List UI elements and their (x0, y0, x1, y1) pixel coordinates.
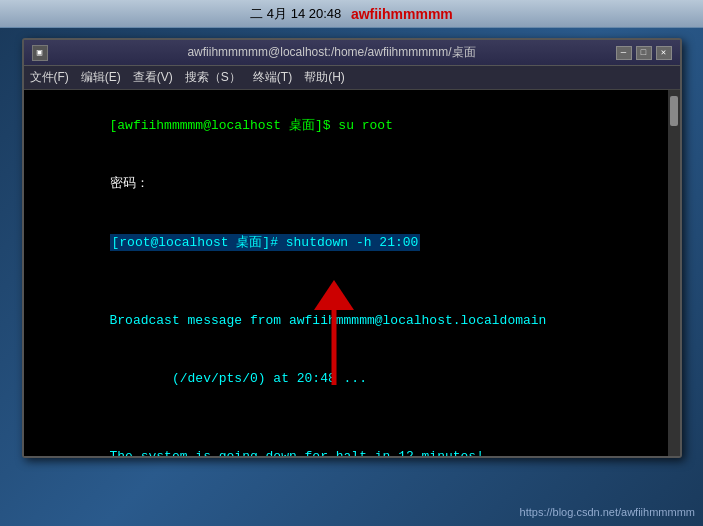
terminal-line-6 (32, 408, 660, 428)
terminal-app-icon: ▣ (32, 45, 48, 61)
terminal-line-1: 密码： (32, 155, 660, 214)
red-arrow (304, 275, 364, 395)
terminal-scrollbar[interactable] (668, 90, 680, 456)
scrollbar-thumb (670, 96, 678, 126)
terminal-titlebar: ▣ awfiihmmmmm@localhost:/home/awfiihmmmm… (24, 40, 680, 66)
terminal-title: awfiihmmmmm@localhost:/home/awfiihmmmmm/… (48, 44, 616, 61)
terminal-content[interactable]: [awfiihmmmmm@localhost 桌面]$ su root 密码： … (24, 90, 668, 456)
shutdown-command: [root@localhost 桌面]# shutdown -h 21:00 (110, 234, 421, 251)
terminal-controls: ─ □ ✕ (616, 46, 672, 60)
close-button[interactable]: ✕ (656, 46, 672, 60)
menu-edit[interactable]: 编辑(E) (81, 69, 121, 86)
terminal-body: [awfiihmmmmm@localhost 桌面]$ su root 密码： … (24, 90, 680, 456)
terminal-line-0: [awfiihmmmmm@localhost 桌面]$ su root (32, 96, 660, 155)
menu-search[interactable]: 搜索（S） (185, 69, 241, 86)
taskbar-time: 二 4月 14 20:48 (250, 5, 341, 23)
taskbar-username: awfiihmmmmm (351, 6, 453, 22)
maximize-button[interactable]: □ (636, 46, 652, 60)
svg-marker-1 (314, 280, 354, 310)
taskbar: 二 4月 14 20:48 awfiihmmmmm (0, 0, 703, 28)
terminal-line-2: [root@localhost 桌面]# shutdown -h 21:00 (32, 213, 660, 272)
menu-terminal[interactable]: 终端(T) (253, 69, 292, 86)
minimize-button[interactable]: ─ (616, 46, 632, 60)
menu-view[interactable]: 查看(V) (133, 69, 173, 86)
terminal-window: ▣ awfiihmmmmm@localhost:/home/awfiihmmmm… (22, 38, 682, 458)
menu-file[interactable]: 文件(F) (30, 69, 69, 86)
terminal-line-7: The system is going down for halt in 12 … (32, 428, 660, 457)
terminal-menubar: 文件(F) 编辑(E) 查看(V) 搜索（S） 终端(T) 帮助(H) (24, 66, 680, 90)
menu-help[interactable]: 帮助(H) (304, 69, 345, 86)
desktop: ▣ awfiihmmmmm@localhost:/home/awfiihmmmm… (0, 28, 703, 526)
watermark: https://blog.csdn.net/awfiihmmmmm (520, 506, 695, 518)
